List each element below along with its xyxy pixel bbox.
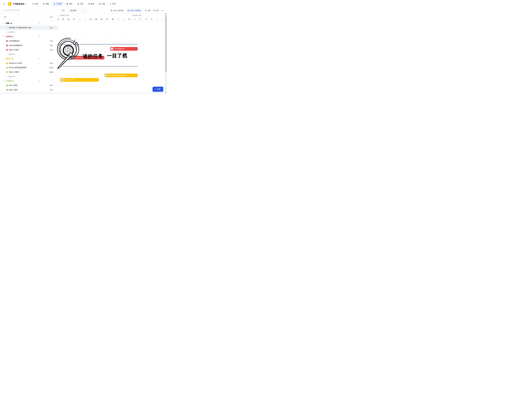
- vertical-scrollbar-thumb[interactable]: [165, 15, 167, 73]
- task-status-bullet: [6, 85, 8, 86]
- scroll-up-arrow-icon[interactable]: [165, 13, 166, 14]
- task-status-bullet: [6, 89, 8, 90]
- add-task-to-group-button[interactable]: +: [38, 80, 40, 82]
- day-label: 3: [144, 18, 148, 20]
- task-status-bullet: [6, 49, 8, 50]
- column-header-task: 任务: [4, 16, 7, 18]
- tab-board[interactable]: 看板: [42, 2, 51, 6]
- tab-calendar[interactable]: 日历: [76, 2, 85, 6]
- tab-add-component[interactable]: 组件: [108, 2, 117, 6]
- day-label: 30: [122, 18, 126, 20]
- project-title[interactable]: 产品版本发布: [13, 3, 25, 5]
- content-body: 新建 (1) + 如何使用【产品版本发布】项目... 0 % + 新建任务 待开…: [0, 21, 167, 94]
- gantt-chart[interactable]: iOS内测版发布Web1.2.5发布Windows新功能使用说明Web1.2.4…: [58, 29, 167, 94]
- add-task-to-group-button[interactable]: +: [38, 57, 40, 60]
- day-label: 29: [116, 18, 120, 20]
- view-mode-select[interactable]: 按日查看 ▼: [69, 9, 86, 12]
- task-row[interactable]: iOS内测版发布 0 %: [0, 39, 58, 43]
- top-bar: 产 产品版本发布 ▼ 列表 看板 甘特图 表格: [0, 0, 167, 8]
- tab-separator: [96, 3, 97, 5]
- gantt-bar-label: Web1.2.5发布: [75, 57, 85, 59]
- task-row[interactable]: Web1.0发布 0 %: [0, 83, 58, 88]
- collapse-icon[interactable]: [3, 22, 5, 24]
- task-row[interactable]: Web1.1发布 0 %: [0, 88, 58, 92]
- tab-gantt[interactable]: 甘特图: [52, 2, 63, 6]
- content-header: 任务 进度 2022年 10月 2022年 11月 81920212223242…: [0, 13, 167, 21]
- title-caret-icon[interactable]: ▼: [25, 3, 26, 5]
- task-panel: 新建 (1) + 如何使用【产品版本发布】项目... 0 % + 新建任务 待开…: [0, 21, 58, 94]
- tab-separator: [86, 3, 86, 5]
- task-row[interactable]: Windows新功能使用说明 50 %: [0, 65, 58, 70]
- group-summary-bar[interactable]: [58, 66, 138, 67]
- tab-overview[interactable]: 概览: [87, 2, 95, 6]
- today-button[interactable]: 今天: [61, 9, 65, 12]
- scroll-down-arrow-icon[interactable]: [165, 92, 166, 93]
- task-status-bullet: [6, 27, 8, 28]
- sort-by-button[interactable]: 排序: 任务编号: [126, 9, 142, 13]
- tab-table[interactable]: 表格: [65, 2, 74, 6]
- add-task-to-group-button[interactable]: +: [38, 35, 40, 38]
- display-button[interactable]: 显示: [153, 10, 159, 12]
- kanban-icon: [43, 3, 45, 5]
- gantt-task-bar[interactable]: Web1.2.4发布: [60, 78, 99, 82]
- group-row-new[interactable]: 新建 (1) +: [0, 21, 58, 25]
- more-options-button[interactable]: •••: [162, 10, 164, 12]
- table-icon: [66, 3, 68, 5]
- day-label: 25: [94, 18, 98, 20]
- day-label: 8: [58, 18, 61, 20]
- task-row[interactable]: Web1.2.5发布 0 %: [0, 48, 58, 52]
- plus-icon: +: [6, 76, 7, 78]
- column-header-progress: 进度: [45, 16, 58, 18]
- day-label: 27: [105, 18, 109, 20]
- task-row[interactable]: 如何使用【产品版本发布】项目... 0 %: [0, 25, 58, 30]
- gantt-task-bar[interactable]: Windows新功能使用说明: [104, 74, 138, 77]
- task-row[interactable]: Android内测版发布 0 %: [0, 43, 58, 48]
- search-icon: [3, 9, 4, 11]
- collapse-icon[interactable]: [3, 36, 5, 37]
- gantt-task-bar[interactable]: iOS内测版发布: [110, 47, 138, 51]
- gantt-timeline-header: 2022年 10月 2022年 11月 81920212223242526272…: [58, 13, 167, 21]
- vertical-scrollbar[interactable]: [165, 13, 167, 94]
- tab-list[interactable]: 列表: [31, 2, 40, 6]
- collapse-icon[interactable]: [3, 80, 5, 82]
- group-row-inprogress[interactable]: 进行中 (3) +: [0, 57, 58, 61]
- sort-icon: [128, 10, 129, 12]
- task-row[interactable]: Windows1.0.3发布 0 %: [0, 61, 58, 65]
- view-tabs: 列表 看板 甘特图 表格 日历: [31, 2, 117, 6]
- gantt-project-app: 产 产品版本发布 ▼ 列表 看板 甘特图 表格: [0, 0, 167, 94]
- group-row-todo[interactable]: 待开始 (3) +: [0, 34, 58, 39]
- filter-button[interactable]: 筛选: [145, 10, 151, 12]
- task-status-bullet: [6, 67, 8, 68]
- assignee-avatar: [110, 47, 113, 50]
- add-task-row[interactable]: + 新建任务: [0, 74, 58, 79]
- collapse-icon[interactable]: [3, 58, 5, 60]
- assignee-avatar: [60, 78, 63, 81]
- day-label: 5: [155, 18, 159, 20]
- day-label: 23: [83, 18, 87, 20]
- horizontal-scrollbar[interactable]: [0, 93, 165, 94]
- plus-icon: +: [6, 53, 7, 55]
- day-label: 31: [127, 18, 132, 20]
- search-box[interactable]: 输入关键词进行搜索: [3, 9, 20, 11]
- add-task-to-group-button[interactable]: +: [38, 22, 40, 25]
- group-by-button[interactable]: 分组: 任务状态: [111, 10, 124, 12]
- project-badge[interactable]: 产: [8, 2, 12, 6]
- search-placeholder: 输入关键词进行搜索: [6, 9, 20, 11]
- add-task-row[interactable]: + 新建任务: [0, 30, 58, 34]
- month-label: 2022年 11月: [133, 14, 141, 17]
- plus-icon: +: [6, 31, 7, 33]
- add-task-row[interactable]: + 新建任务: [0, 52, 58, 57]
- funnel-icon: [145, 10, 146, 12]
- gantt-task-bar[interactable]: Web1.2.5发布: [71, 56, 104, 59]
- task-status-bullet: [6, 71, 8, 73]
- day-label: 24: [89, 18, 93, 20]
- plus-icon: [110, 3, 112, 5]
- gantt-bar-label: Web1.2.4发布: [64, 79, 74, 81]
- group-row-done[interactable]: 已完成 (6) +: [0, 79, 58, 83]
- add-task-fab[interactable]: + 任务: [152, 87, 163, 92]
- month-label: 2022年 10月: [60, 14, 69, 17]
- sidebar-expand-icon[interactable]: [3, 3, 5, 5]
- group-summary-bar[interactable]: [58, 44, 138, 45]
- tab-demo[interactable]: 示例: [98, 2, 106, 6]
- task-row[interactable]: Web1.2.4发布 80 %: [0, 70, 58, 74]
